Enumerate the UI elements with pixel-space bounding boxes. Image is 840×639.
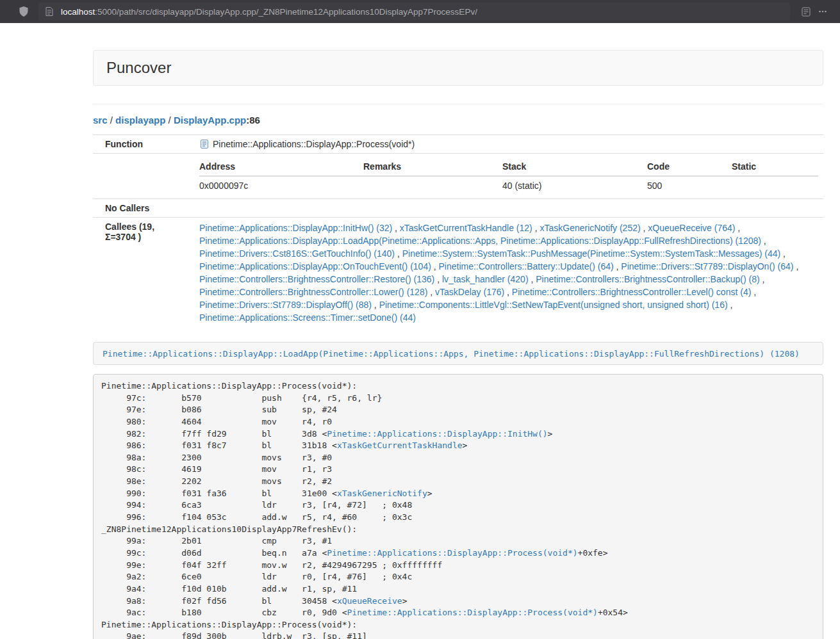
function-icon	[199, 139, 210, 149]
no-callers-label: No Callers	[93, 199, 187, 218]
callee-link[interactable]: Pinetime::Applications::Screens::Timer::…	[199, 312, 416, 323]
callee-link[interactable]: xTaskGenericNotify (252)	[539, 223, 640, 233]
column-header-static: Static	[724, 158, 818, 176]
function-row: Function Pinetime::Applications::Display…	[93, 135, 823, 154]
column-header-stack: Stack	[495, 158, 639, 176]
function-name: Pinetime::Applications::DisplayApp::Proc…	[213, 139, 415, 149]
function-detail-table: Address Remarks Stack Code Static 0x0000…	[199, 158, 818, 195]
selected-symbol-box: Pinetime::Applications::DisplayApp::Load…	[93, 342, 823, 365]
detail-header-row: Address Remarks Stack Code Static	[199, 158, 818, 176]
kebab-menu-icon[interactable]	[814, 3, 831, 20]
breadcrumb-link[interactable]: src	[93, 115, 108, 125]
callee-link[interactable]: Pinetime::Drivers::St7789::DisplayOff() …	[199, 300, 372, 310]
callee-link[interactable]: lv_task_handler (420)	[442, 274, 529, 284]
selected-symbol-link[interactable]: Pinetime::Applications::DisplayApp::Load…	[103, 349, 800, 359]
remarks-value	[356, 176, 495, 195]
divider	[93, 104, 823, 104]
callee-link[interactable]: Pinetime::Drivers::St7789::DisplayOn() (…	[621, 261, 793, 271]
callee-link[interactable]: vTaskDelay (176)	[435, 287, 504, 297]
callee-link[interactable]: xQueueReceive (764)	[648, 223, 735, 233]
breadcrumb-line-number: :86	[246, 115, 260, 125]
code-block: Pinetime::Applications::DisplayApp::Proc…	[93, 374, 823, 639]
browser-toolbar: localhost:5000/path/src/displayapp/Displ…	[0, 0, 840, 23]
code-symbol-link[interactable]: Pinetime::Applications::DisplayApp::Proc…	[347, 608, 598, 617]
url-path: :5000/path/src/displayapp/DisplayApp.cpp…	[95, 7, 477, 17]
callees-list: Pinetime::Applications::DisplayApp::Init…	[187, 218, 823, 328]
callees-row: Callees (19, Σ=3704 ) Pinetime::Applicat…	[93, 218, 823, 328]
code-symbol-link[interactable]: xTaskGetCurrentTaskHandle	[337, 441, 463, 450]
app-header-panel: Puncover	[93, 50, 823, 86]
url-host: localhost	[61, 7, 95, 17]
code-symbol-link[interactable]: Pinetime::Applications::DisplayApp::Init…	[327, 429, 547, 439]
callee-link[interactable]: Pinetime::Controllers::BrightnessControl…	[199, 274, 434, 284]
callee-link[interactable]: Pinetime::Controllers::BrightnessControl…	[512, 287, 751, 297]
callees-label: Callees (19, Σ=3704 )	[93, 218, 187, 328]
breadcrumb-separator: /	[108, 115, 116, 125]
address-value: 0x0000097c	[199, 176, 356, 195]
page-title: Puncover	[106, 59, 810, 77]
column-header-address: Address	[199, 158, 356, 176]
callee-link[interactable]: Pinetime::Drivers::Cst816S::GetTouchInfo…	[199, 248, 395, 259]
callee-link[interactable]: Pinetime::Components::LittleVgl::SetNewT…	[379, 300, 728, 310]
detail-value-row: 0x0000097c 40 (static) 500	[199, 176, 818, 195]
page-info-icon[interactable]	[44, 6, 55, 17]
callee-link[interactable]: Pinetime::Controllers::Battery::Update()…	[439, 261, 614, 271]
column-header-code: Code	[639, 158, 724, 176]
callee-link[interactable]: Pinetime::System::SystemTask::PushMessag…	[402, 248, 781, 259]
callee-link[interactable]: Pinetime::Applications::DisplayApp::Init…	[199, 223, 392, 233]
url-bar[interactable]: localhost:5000/path/src/displayapp/Displ…	[38, 3, 790, 20]
stack-value: 40 (static)	[495, 176, 639, 195]
code-symbol-link[interactable]: xQueueReceive	[337, 596, 402, 606]
column-header-remarks: Remarks	[356, 158, 495, 176]
code-symbol-link[interactable]: Pinetime::Applications::DisplayApp::Proc…	[327, 548, 577, 558]
breadcrumb-link[interactable]: displayapp	[115, 115, 165, 125]
shield-icon[interactable]	[15, 3, 32, 20]
static-value	[724, 176, 818, 195]
no-callers-row: No Callers	[93, 199, 823, 218]
reader-view-icon[interactable]	[798, 3, 814, 20]
page-container: Puncover src / displayapp / DisplayApp.c…	[93, 50, 823, 639]
callee-link[interactable]: Pinetime::Applications::DisplayApp::OnTo…	[199, 261, 431, 271]
breadcrumb: src / displayapp / DisplayApp.cpp:86	[93, 115, 823, 125]
callee-link[interactable]: xTaskGetCurrentTaskHandle (12)	[400, 223, 532, 233]
function-table: Function Pinetime::Applications::Display…	[93, 134, 823, 328]
function-label: Function	[93, 135, 187, 154]
code-symbol-link[interactable]: xTaskGenericNotify	[337, 489, 427, 498]
callee-link[interactable]: Pinetime::Applications::DisplayApp::Load…	[199, 236, 761, 246]
callee-link[interactable]: Pinetime::Controllers::BrightnessControl…	[199, 287, 427, 297]
callee-link[interactable]: Pinetime::Controllers::BrightnessControl…	[536, 274, 759, 284]
url-text: localhost:5000/path/src/displayapp/Displ…	[61, 7, 477, 17]
code-size-value: 500	[639, 176, 724, 195]
detail-row: Address Remarks Stack Code Static 0x0000…	[93, 154, 823, 199]
breadcrumb-link[interactable]: DisplayApp.cpp	[174, 115, 246, 125]
breadcrumb-separator: /	[165, 115, 174, 125]
